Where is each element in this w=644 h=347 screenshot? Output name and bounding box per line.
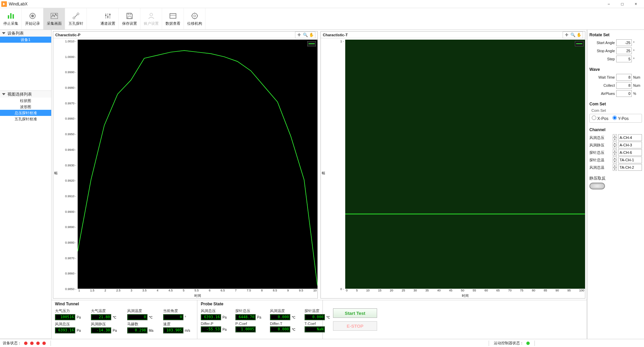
chart-t-title: Charactistic-T: [323, 33, 348, 37]
chart-t-tools[interactable]: ✛ 🔍 ✋: [563, 32, 583, 38]
svg-point-13: [107, 16, 109, 18]
tb-account-set[interactable]: 账户设置: [140, 8, 162, 29]
zoom-icon[interactable]: 🔍: [570, 33, 575, 37]
step-input[interactable]: [616, 56, 632, 62]
chart-p-plot[interactable]: [78, 40, 317, 289]
window-close[interactable]: ×: [629, 0, 643, 8]
chart-t-xticks: 0510152025303540455055606570758085909510…: [345, 289, 585, 293]
chevron-down-icon: [2, 93, 5, 95]
channel-row: 探针总压▲▼: [589, 149, 642, 156]
channel-input[interactable]: [618, 134, 642, 141]
sliders-icon: [103, 12, 112, 20]
readout: 大气温度21.80℃: [91, 308, 121, 320]
svg-point-14: [109, 14, 111, 15]
svg-rect-2: [13, 14, 14, 19]
hand-icon[interactable]: ✋: [309, 33, 314, 37]
user-icon: [147, 12, 156, 20]
chart-t-xlabel: 时间: [345, 293, 585, 298]
window-minimize[interactable]: −: [602, 0, 616, 8]
readout: Differ-P-55.53Pa: [201, 322, 230, 332]
stepper[interactable]: ▲▼: [613, 149, 617, 156]
static-invert: 静压取反: [589, 176, 642, 189]
status-dot-red: [24, 342, 27, 345]
readout: 大气压力100516Pa: [55, 308, 85, 320]
stepper[interactable]: ▲▼: [613, 134, 617, 141]
readout: 当前角度0°: [163, 308, 194, 320]
chart-t-plot[interactable]: [345, 40, 585, 289]
e-stop-button[interactable]: E-STOP: [333, 321, 377, 331]
settings-panel: Rotate Set Start Angle° Stop Angle° Step…: [587, 30, 644, 339]
view-item-five-hole-cal[interactable]: 五孔探针校准: [0, 116, 51, 122]
channel-input[interactable]: [618, 157, 642, 163]
readout: 风洞静压-14.30Pa: [91, 322, 121, 333]
tb-data-view[interactable]: 数据查看: [162, 8, 184, 29]
stop-angle-input[interactable]: [616, 47, 632, 54]
collect-input[interactable]: [616, 82, 632, 89]
start-angle-input[interactable]: [616, 39, 632, 46]
status-dot-green: [526, 342, 530, 345]
window-maximize[interactable]: □: [616, 0, 629, 8]
svg-point-17: [150, 13, 153, 16]
tb-acq-screen[interactable]: 采集画面: [43, 8, 65, 29]
tb-start-rec[interactable]: 开始记录: [22, 8, 43, 29]
tb-save-set[interactable]: 保存设置: [119, 8, 140, 29]
tb-displacer[interactable]: 位移机构: [184, 8, 206, 29]
motion-ctrl-label: 运动控制器状态：: [494, 341, 524, 346]
readout: 风洞温度0.000℃: [270, 308, 299, 320]
tb-five-hole[interactable]: 五孔探针: [65, 8, 87, 29]
svg-point-21: [194, 15, 196, 17]
chart-t-yticks: 1 -0 -: [326, 38, 345, 298]
chart-t: Charactistic-T ✛ 🔍 ✋ 幅 1 -0 -: [320, 31, 585, 299]
channel-input[interactable]: [618, 164, 642, 171]
start-test-button[interactable]: Start Test: [333, 308, 377, 318]
hand-icon[interactable]: ✋: [577, 33, 581, 37]
invert-toggle[interactable]: [589, 183, 605, 189]
probe-title: Probe State: [201, 302, 319, 306]
wave-settings: Wave Wait TimeNum CollectNum AirPlues%: [589, 67, 642, 97]
channel-row: 风洞总温▲▼: [589, 164, 642, 171]
app-icon: [1, 1, 7, 7]
channel-settings: Channel 风洞总压▲▼风洞静压▲▼探针总压▲▼探针总温▲▼风洞总温▲▼: [589, 127, 642, 171]
crosshair-icon[interactable]: ✛: [297, 33, 301, 37]
tb-channel-set[interactable]: 通道设置: [97, 8, 119, 29]
svg-rect-0: [8, 15, 9, 19]
svg-rect-1: [10, 13, 12, 19]
channel-row: 风洞总压▲▼: [589, 134, 642, 141]
device-item[interactable]: 设备1: [0, 37, 51, 43]
ypos-radio[interactable]: Y-Pos: [612, 116, 629, 121]
view-item-barchart[interactable]: 柱状图: [0, 98, 51, 104]
rotate-settings: Rotate Set Start Angle° Stop Angle° Step…: [589, 33, 642, 62]
svg-point-12: [105, 15, 106, 16]
wait-time-input[interactable]: [616, 74, 632, 81]
airplues-input[interactable]: [616, 90, 632, 97]
readout: P-Coef1.0005: [235, 322, 265, 332]
record-icon: [28, 12, 37, 20]
waveform-icon: [50, 12, 59, 20]
view-item-waveform[interactable]: 波形图: [0, 104, 51, 110]
stepper[interactable]: ▲▼: [613, 157, 617, 163]
views-header[interactable]: 视图选择列表: [0, 91, 51, 98]
svg-line-8: [75, 15, 77, 17]
crosshair-icon[interactable]: ✛: [564, 33, 569, 37]
chart-p-yticks: 1.0010 -1.0000 -0.9990 -0.9980 -0.9970 -…: [58, 38, 78, 298]
xpos-radio[interactable]: X-Pos: [592, 116, 608, 121]
chart-p-xlabel: 时间: [78, 293, 317, 298]
stepper[interactable]: ▲▼: [613, 142, 617, 148]
svg-rect-15: [128, 17, 131, 19]
svg-point-20: [192, 13, 197, 19]
view-item-total-pressure-cal[interactable]: 总压探针校准: [0, 110, 51, 116]
devices-header[interactable]: 设备列表: [0, 30, 51, 37]
zoom-icon[interactable]: 🔍: [303, 33, 308, 37]
channel-input[interactable]: [618, 142, 642, 148]
tb-stop-acq[interactable]: 停止采集: [0, 8, 22, 29]
chart-p-tools[interactable]: ✛ 🔍 ✋: [295, 32, 315, 38]
readout: Differ-T0.000℃: [270, 322, 299, 332]
svg-rect-18: [170, 14, 176, 18]
svg-point-4: [31, 15, 34, 17]
channel-input[interactable]: [618, 149, 642, 156]
readout: 马赫数0.298Ma: [127, 322, 158, 333]
bars-icon: [6, 12, 15, 20]
chevron-down-icon: [2, 32, 5, 34]
stepper[interactable]: ▲▼: [613, 164, 617, 171]
readout: 探针总压6448.70Pa: [235, 308, 265, 320]
